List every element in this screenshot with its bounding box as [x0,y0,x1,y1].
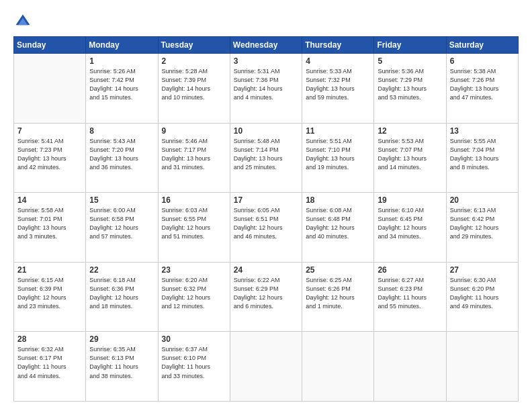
calendar-cell: 11Sunrise: 5:51 AM Sunset: 7:10 PM Dayli… [302,123,374,193]
calendar-cell: 26Sunrise: 6:27 AM Sunset: 6:23 PM Dayli… [374,262,446,332]
day-info: Sunrise: 6:37 AM Sunset: 6:10 PM Dayligh… [162,345,226,380]
day-info: Sunrise: 6:15 AM Sunset: 6:39 PM Dayligh… [17,276,82,311]
calendar-cell: 4Sunrise: 5:33 AM Sunset: 7:32 PM Daylig… [302,54,374,124]
day-info: Sunrise: 5:58 AM Sunset: 7:01 PM Dayligh… [17,206,82,241]
day-info: Sunrise: 5:48 AM Sunset: 7:14 PM Dayligh… [234,137,298,172]
day-info: Sunrise: 5:53 AM Sunset: 7:07 PM Dayligh… [378,137,442,172]
calendar-cell [374,332,446,402]
calendar-cell [230,332,302,402]
day-number: 12 [378,126,442,136]
calendar-cell: 18Sunrise: 6:08 AM Sunset: 6:48 PM Dayli… [302,193,374,263]
calendar-cell: 25Sunrise: 6:25 AM Sunset: 6:26 PM Dayli… [302,262,374,332]
calendar-cell [446,332,518,402]
day-number: 9 [162,126,226,136]
calendar-cell: 30Sunrise: 6:37 AM Sunset: 6:10 PM Dayli… [158,332,230,402]
day-info: Sunrise: 5:38 AM Sunset: 7:26 PM Dayligh… [450,67,515,102]
day-info: Sunrise: 6:30 AM Sunset: 6:20 PM Dayligh… [450,276,515,311]
day-info: Sunrise: 6:20 AM Sunset: 6:32 PM Dayligh… [162,276,226,311]
calendar-cell: 17Sunrise: 6:05 AM Sunset: 6:51 PM Dayli… [230,193,302,263]
weekday-header: Saturday [446,37,518,54]
weekday-header: Wednesday [230,37,302,54]
day-info: Sunrise: 6:13 AM Sunset: 6:42 PM Dayligh… [450,206,515,241]
day-info: Sunrise: 5:41 AM Sunset: 7:23 PM Dayligh… [17,137,82,172]
day-number: 14 [17,195,82,205]
day-number: 24 [234,265,298,275]
page: SundayMondayTuesdayWednesdayThursdayFrid… [0,0,532,411]
day-info: Sunrise: 6:25 AM Sunset: 6:26 PM Dayligh… [306,276,370,311]
day-info: Sunrise: 6:27 AM Sunset: 6:23 PM Dayligh… [378,276,442,311]
calendar-week-row: 21Sunrise: 6:15 AM Sunset: 6:39 PM Dayli… [14,262,519,332]
day-info: Sunrise: 6:05 AM Sunset: 6:51 PM Dayligh… [234,206,298,241]
calendar-header-row: SundayMondayTuesdayWednesdayThursdayFrid… [14,37,519,54]
weekday-header: Sunday [14,37,86,54]
day-info: Sunrise: 5:36 AM Sunset: 7:29 PM Dayligh… [378,67,442,102]
day-info: Sunrise: 5:31 AM Sunset: 7:36 PM Dayligh… [234,67,298,102]
calendar-cell: 28Sunrise: 6:32 AM Sunset: 6:17 PM Dayli… [14,332,86,402]
calendar-cell: 12Sunrise: 5:53 AM Sunset: 7:07 PM Dayli… [374,123,446,193]
calendar-cell: 19Sunrise: 6:10 AM Sunset: 6:45 PM Dayli… [374,193,446,263]
logo-icon [13,12,32,31]
day-number: 3 [234,56,298,66]
calendar-cell [302,332,374,402]
day-number: 15 [89,195,154,205]
calendar-cell: 5Sunrise: 5:36 AM Sunset: 7:29 PM Daylig… [374,54,446,124]
day-info: Sunrise: 6:22 AM Sunset: 6:29 PM Dayligh… [234,276,298,311]
calendar-cell: 29Sunrise: 6:35 AM Sunset: 6:13 PM Dayli… [86,332,158,402]
calendar-cell: 10Sunrise: 5:48 AM Sunset: 7:14 PM Dayli… [230,123,302,193]
day-number: 28 [17,334,82,344]
day-number: 25 [306,265,370,275]
day-number: 6 [450,56,515,66]
header [13,12,519,31]
day-number: 21 [17,265,82,275]
calendar-cell: 8Sunrise: 5:43 AM Sunset: 7:20 PM Daylig… [86,123,158,193]
calendar-cell: 15Sunrise: 6:00 AM Sunset: 6:58 PM Dayli… [86,193,158,263]
day-number: 19 [378,195,442,205]
calendar-cell: 27Sunrise: 6:30 AM Sunset: 6:20 PM Dayli… [446,262,518,332]
day-number: 27 [450,265,515,275]
day-number: 10 [234,126,298,136]
day-number: 26 [378,265,442,275]
calendar-table: SundayMondayTuesdayWednesdayThursdayFrid… [13,36,519,402]
day-number: 4 [306,56,370,66]
calendar-cell: 6Sunrise: 5:38 AM Sunset: 7:26 PM Daylig… [446,54,518,124]
day-number: 29 [89,334,154,344]
calendar-cell: 23Sunrise: 6:20 AM Sunset: 6:32 PM Dayli… [158,262,230,332]
day-info: Sunrise: 6:03 AM Sunset: 6:55 PM Dayligh… [162,206,226,241]
day-info: Sunrise: 5:55 AM Sunset: 7:04 PM Dayligh… [450,137,515,172]
day-number: 30 [162,334,226,344]
day-number: 8 [89,126,154,136]
weekday-header: Monday [86,37,158,54]
calendar-cell: 13Sunrise: 5:55 AM Sunset: 7:04 PM Dayli… [446,123,518,193]
calendar-cell: 1Sunrise: 5:26 AM Sunset: 7:42 PM Daylig… [86,54,158,124]
calendar-week-row: 28Sunrise: 6:32 AM Sunset: 6:17 PM Dayli… [14,332,519,402]
day-info: Sunrise: 5:33 AM Sunset: 7:32 PM Dayligh… [306,67,370,102]
day-number: 2 [162,56,226,66]
logo [13,12,35,31]
calendar-cell: 20Sunrise: 6:13 AM Sunset: 6:42 PM Dayli… [446,193,518,263]
day-info: Sunrise: 5:46 AM Sunset: 7:17 PM Dayligh… [162,137,226,172]
day-number: 23 [162,265,226,275]
day-info: Sunrise: 6:35 AM Sunset: 6:13 PM Dayligh… [89,345,154,380]
day-info: Sunrise: 6:08 AM Sunset: 6:48 PM Dayligh… [306,206,370,241]
calendar-cell: 22Sunrise: 6:18 AM Sunset: 6:36 PM Dayli… [86,262,158,332]
day-info: Sunrise: 6:00 AM Sunset: 6:58 PM Dayligh… [89,206,154,241]
calendar-week-row: 1Sunrise: 5:26 AM Sunset: 7:42 PM Daylig… [14,54,519,124]
day-number: 1 [89,56,154,66]
day-info: Sunrise: 6:18 AM Sunset: 6:36 PM Dayligh… [89,276,154,311]
calendar-cell: 24Sunrise: 6:22 AM Sunset: 6:29 PM Dayli… [230,262,302,332]
day-info: Sunrise: 6:32 AM Sunset: 6:17 PM Dayligh… [17,345,82,380]
day-info: Sunrise: 5:51 AM Sunset: 7:10 PM Dayligh… [306,137,370,172]
weekday-header: Thursday [302,37,374,54]
day-number: 18 [306,195,370,205]
calendar-week-row: 14Sunrise: 5:58 AM Sunset: 7:01 PM Dayli… [14,193,519,263]
calendar-cell: 21Sunrise: 6:15 AM Sunset: 6:39 PM Dayli… [14,262,86,332]
weekday-header: Friday [374,37,446,54]
day-number: 20 [450,195,515,205]
calendar-cell: 3Sunrise: 5:31 AM Sunset: 7:36 PM Daylig… [230,54,302,124]
calendar-cell [14,54,86,124]
day-info: Sunrise: 5:26 AM Sunset: 7:42 PM Dayligh… [89,67,154,102]
calendar-cell: 9Sunrise: 5:46 AM Sunset: 7:17 PM Daylig… [158,123,230,193]
day-number: 13 [450,126,515,136]
day-info: Sunrise: 5:28 AM Sunset: 7:39 PM Dayligh… [162,67,226,102]
day-number: 7 [17,126,82,136]
